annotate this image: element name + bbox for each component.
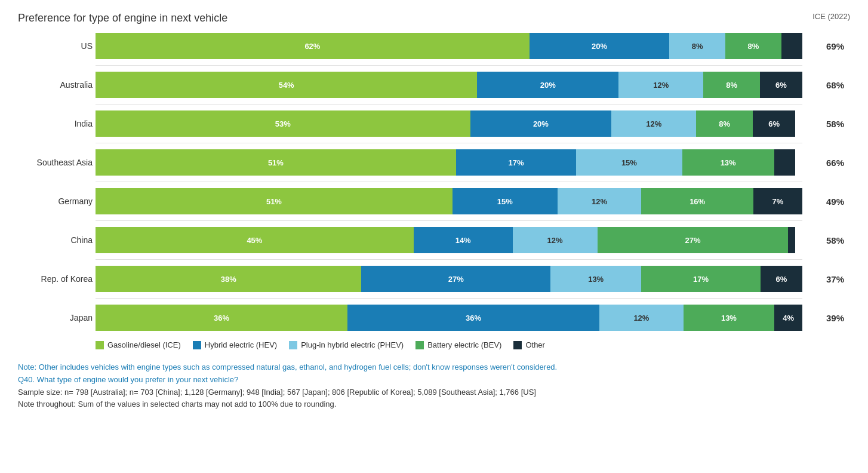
legend-item-ice: Gasoline/diesel (ICE) — [96, 340, 181, 349]
bar-segment-ice: 53% — [96, 110, 470, 137]
legend-label-bev: Battery electric (BEV) — [427, 340, 501, 349]
bar-segment-hev: 20% — [477, 72, 618, 98]
bar-segment-other — [774, 149, 796, 176]
bar-segment-phev: 12% — [618, 72, 703, 98]
bar-segment-bev: 27% — [598, 227, 789, 253]
ice-value: 58% — [826, 119, 844, 129]
bar-segment-other: 6% — [753, 110, 795, 137]
bar-segment-ice: 54% — [96, 72, 477, 98]
notes-section: Note: Other includes vehicles with engin… — [18, 361, 850, 411]
note2: Q40. What type of engine would you prefe… — [18, 374, 850, 386]
bar-segment-other — [788, 227, 795, 253]
bar-segment-phev: 12% — [513, 227, 598, 253]
bar-segment-phev: 8% — [669, 33, 725, 59]
chart-row: Germany51%15%12%16%7%49% — [96, 188, 802, 214]
bar-segment-ice: 51% — [96, 149, 456, 176]
chart-row: Rep. of Korea38%27%13%17%6%37% — [96, 266, 802, 292]
row-label: Southeast Asia — [18, 158, 93, 167]
row-label: US — [18, 41, 93, 51]
legend-label-ice: Gasoline/diesel (ICE) — [107, 340, 181, 349]
legend-color-bev — [415, 341, 424, 349]
chart-container: US62%20%8%8%69%Australia54%20%12%8%6%68%… — [96, 33, 802, 331]
bar-segment-hev: 15% — [453, 188, 558, 214]
ice-label: ICE (2022) — [812, 12, 850, 21]
row-label: China — [18, 235, 93, 245]
legend-item-phev: Plug-in hybrid electric (PHEV) — [289, 340, 404, 349]
bar-segment-bev: 8% — [725, 33, 781, 59]
legend: Gasoline/diesel (ICE)Hybrid electric (HE… — [96, 340, 850, 349]
bar-wrapper: 45%14%12%27% — [96, 227, 802, 253]
bar-segment-phev: 12% — [611, 110, 696, 137]
row-label: Germany — [18, 196, 93, 206]
bar-segment-ice: 51% — [96, 188, 453, 214]
chart-row: China45%14%12%27%58% — [96, 227, 802, 253]
bar-segment-bev: 17% — [641, 266, 760, 292]
legend-color-other — [513, 341, 522, 349]
bar-segment-other: 6% — [761, 266, 802, 292]
chart-title: Preference for type of engine in next ve… — [18, 12, 227, 24]
chart-area: US62%20%8%8%69%Australia54%20%12%8%6%68%… — [96, 33, 802, 331]
ice-value: 37% — [826, 274, 844, 284]
legend-color-phev — [289, 341, 297, 349]
ice-value: 49% — [826, 196, 844, 207]
bar-segment-hev: 27% — [361, 266, 550, 292]
row-label: India — [18, 119, 93, 128]
legend-item-other: Other — [513, 340, 545, 349]
bar-segment-ice: 38% — [96, 266, 361, 292]
bar-segment-ice: 62% — [96, 33, 530, 59]
ice-value: 39% — [826, 313, 844, 323]
note3: Sample size: n= 798 [Australia]; n= 703 … — [18, 386, 850, 399]
legend-label-other: Other — [525, 340, 545, 349]
legend-item-bev: Battery electric (BEV) — [415, 340, 501, 349]
bar-segment-ice: 45% — [96, 227, 414, 253]
bar-segment-phev: 13% — [550, 266, 641, 292]
bar-segment-phev: 15% — [576, 149, 682, 176]
bar-segment-hev: 20% — [470, 110, 612, 137]
bar-wrapper: 51%15%12%16%7% — [96, 188, 802, 214]
ice-value: 68% — [826, 80, 844, 90]
chart-row: Japan36%36%12%13%4%39% — [96, 305, 802, 331]
bar-segment-phev: 12% — [599, 305, 684, 331]
bar-segment-bev: 8% — [696, 110, 753, 137]
chart-row: US62%20%8%8%69% — [96, 33, 802, 59]
bar-wrapper: 53%20%12%8%6% — [96, 110, 802, 137]
note1: Note: Other includes vehicles with engin… — [18, 361, 850, 374]
ice-value: 66% — [826, 158, 844, 168]
legend-color-ice — [96, 341, 104, 349]
bar-segment-other — [781, 33, 802, 59]
bar-segment-other: 7% — [753, 188, 802, 214]
legend-color-hev — [193, 341, 201, 349]
bar-segment-bev: 13% — [684, 305, 774, 331]
legend-item-hev: Hybrid electric (HEV) — [193, 340, 277, 349]
chart-row: Australia54%20%12%8%6%68% — [96, 72, 802, 98]
row-label: Japan — [18, 313, 93, 322]
ice-value: 69% — [826, 41, 844, 51]
legend-label-phev: Plug-in hybrid electric (PHEV) — [301, 340, 404, 349]
bar-segment-phev: 12% — [558, 188, 642, 214]
note4: Note throughout: Sum of the values in se… — [18, 398, 850, 411]
bar-segment-hev: 14% — [414, 227, 513, 253]
bar-wrapper: 38%27%13%17%6% — [96, 266, 802, 292]
ice-value: 58% — [826, 235, 844, 245]
legend-label-hev: Hybrid electric (HEV) — [205, 340, 277, 349]
bar-segment-hev: 17% — [456, 149, 576, 176]
bar-wrapper: 51%17%15%13% — [96, 149, 802, 176]
bar-segment-bev: 8% — [703, 72, 760, 98]
row-label: Rep. of Korea — [18, 274, 93, 284]
bar-wrapper: 62%20%8%8% — [96, 33, 802, 59]
bar-segment-hev: 20% — [530, 33, 669, 59]
bar-segment-other: 4% — [774, 305, 802, 331]
bar-wrapper: 36%36%12%13%4% — [96, 305, 802, 331]
chart-row: India53%20%12%8%6%58% — [96, 110, 802, 137]
chart-row: Southeast Asia51%17%15%13%66% — [96, 149, 802, 176]
bar-wrapper: 54%20%12%8%6% — [96, 72, 802, 98]
bar-segment-bev: 13% — [682, 149, 774, 176]
bar-segment-other: 6% — [760, 72, 802, 98]
bar-segment-bev: 16% — [641, 188, 753, 214]
row-label: Australia — [18, 80, 93, 90]
bar-segment-ice: 36% — [96, 305, 347, 331]
bar-segment-hev: 36% — [347, 305, 599, 331]
